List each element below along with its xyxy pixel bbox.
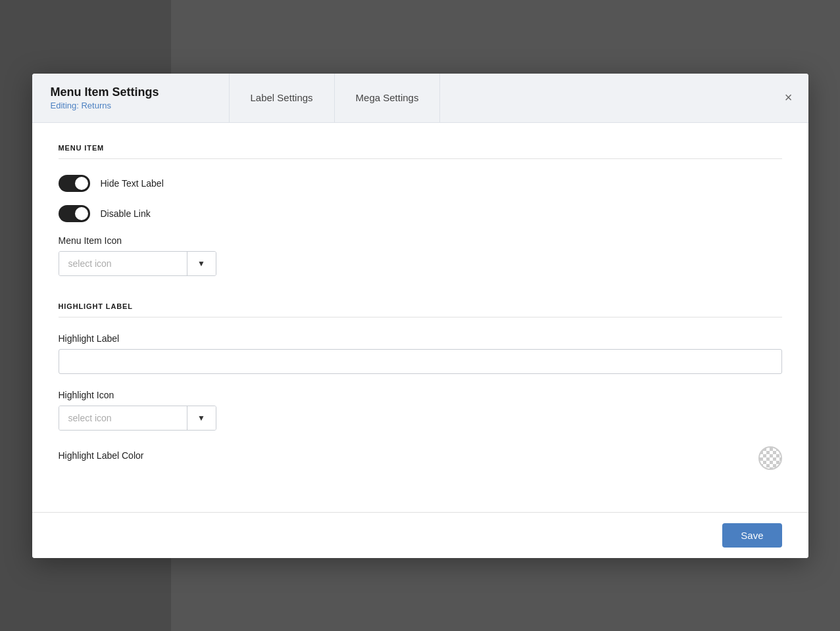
highlight-label-field-group: Highlight Label: [59, 333, 782, 374]
highlight-icon-select[interactable]: select icon ▼: [59, 406, 216, 431]
modal-body: MENU ITEM Hide Text Label: [32, 123, 808, 512]
modal-title: Menu Item Settings: [51, 85, 210, 99]
tab-label-settings[interactable]: Label Settings: [230, 74, 335, 122]
toggle-thumb-2: [75, 207, 88, 220]
modal-footer: Save: [32, 512, 808, 558]
modal-tabs: Label Settings Mega Settings: [230, 74, 769, 122]
menu-item-icon-group: Menu Item Icon select icon ▼: [59, 235, 782, 276]
menu-item-icon-select[interactable]: select icon ▼: [59, 251, 216, 276]
toggle-thumb: [75, 177, 88, 190]
menu-item-icon-text: select icon: [59, 252, 187, 275]
tab-mega-settings[interactable]: Mega Settings: [335, 74, 441, 122]
close-button[interactable]: ×: [769, 74, 808, 122]
disable-link-toggle[interactable]: [59, 205, 90, 222]
chevron-down-icon-2: ▼: [197, 413, 205, 423]
color-swatch[interactable]: [758, 446, 782, 470]
hide-text-label-row: Hide Text Label: [59, 175, 782, 192]
disable-link-row: Disable Link: [59, 205, 782, 222]
highlight-icon-text: select icon: [59, 406, 187, 430]
highlight-label-input[interactable]: [59, 349, 782, 374]
disable-link-label: Disable Link: [101, 208, 151, 219]
highlight-icon-group: Highlight Icon select icon ▼: [59, 390, 782, 431]
save-button[interactable]: Save: [722, 523, 781, 548]
chevron-down-icon: ▼: [197, 259, 205, 268]
highlight-icon-label: Highlight Icon: [59, 390, 782, 400]
toggle-track: [59, 175, 90, 192]
hide-text-label-label: Hide Text Label: [101, 178, 164, 189]
highlight-label-section: HIGHLIGHT LABEL Highlight Label Highligh…: [59, 302, 782, 470]
modal-header: Menu Item Settings Editing: Returns Labe…: [32, 74, 808, 123]
highlight-label-color-label: Highlight Label Color: [59, 450, 144, 461]
modal-subtitle: Editing: Returns: [51, 101, 210, 110]
modal-dialog: Menu Item Settings Editing: Returns Labe…: [32, 74, 808, 558]
modal-title-block: Menu Item Settings Editing: Returns: [32, 74, 230, 122]
highlight-label-heading: HIGHLIGHT LABEL: [59, 302, 782, 317]
highlight-label-field-label: Highlight Label: [59, 333, 782, 344]
hide-text-label-toggle[interactable]: [59, 175, 90, 192]
highlight-icon-arrow: ▼: [187, 406, 216, 430]
menu-item-icon-label: Menu Item Icon: [59, 235, 782, 246]
highlight-label-color-row: Highlight Label Color: [59, 446, 782, 470]
menu-item-heading: MENU ITEM: [59, 144, 782, 159]
menu-item-icon-arrow: ▼: [187, 252, 216, 275]
menu-item-section: MENU ITEM Hide Text Label: [59, 144, 782, 276]
toggle-track-2: [59, 205, 90, 222]
